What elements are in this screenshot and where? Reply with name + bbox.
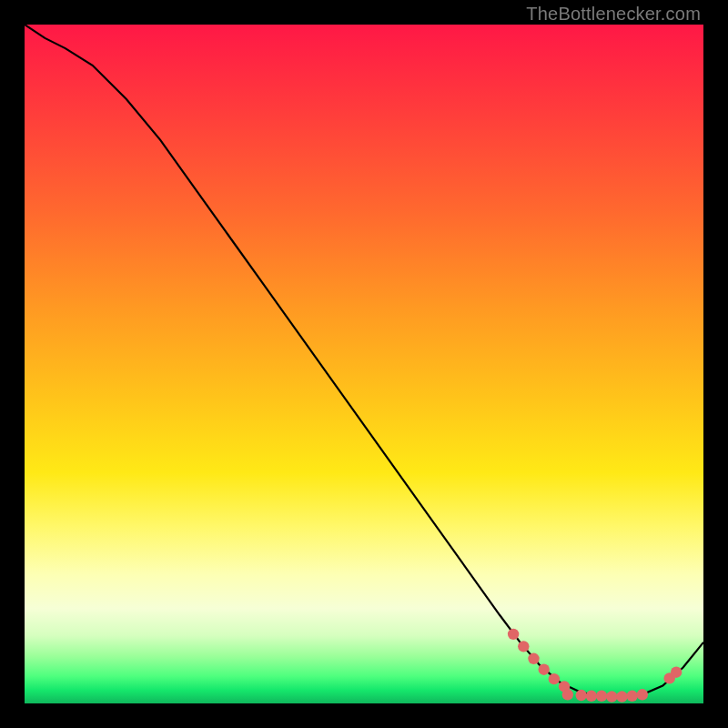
data-point (586, 691, 597, 702)
data-point (626, 691, 637, 702)
data-point (508, 629, 519, 640)
data-point (671, 666, 682, 677)
data-point (538, 664, 549, 675)
data-point (518, 641, 529, 652)
data-point (549, 673, 560, 684)
data-point (528, 653, 539, 664)
dot-cluster-group (508, 629, 682, 703)
data-point (637, 689, 648, 700)
data-point (616, 691, 627, 702)
plot-area (25, 25, 703, 703)
dots-layer (25, 25, 703, 703)
data-point (596, 691, 607, 702)
data-point (562, 689, 573, 700)
watermark-text: TheBottlenecker.com (526, 4, 701, 25)
data-point (576, 690, 587, 701)
chart-stage: TheBottlenecker.com (0, 0, 728, 728)
data-point (606, 691, 617, 702)
